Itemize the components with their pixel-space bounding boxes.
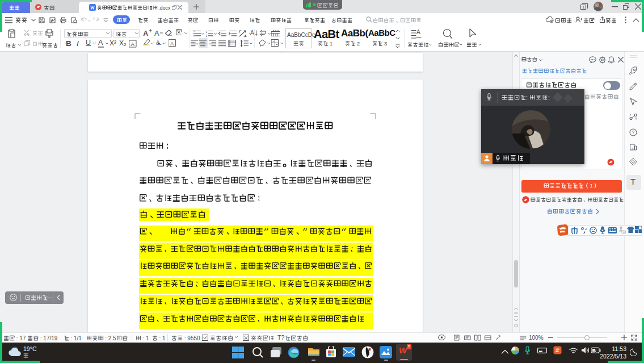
svg-text:wen: wen bbox=[176, 28, 182, 31]
svg-text:1: 1 bbox=[590, 183, 593, 189]
svg-text:P: P bbox=[51, 20, 53, 23]
svg-text:A: A bbox=[416, 29, 420, 35]
svg-text:1: 1 bbox=[582, 5, 584, 10]
svg-text:1: 1 bbox=[206, 30, 207, 34]
svg-text:A: A bbox=[250, 30, 254, 36]
svg-text:10: 10 bbox=[622, 231, 626, 233]
svg-text:?: ? bbox=[632, 130, 635, 135]
svg-text:A: A bbox=[131, 41, 134, 47]
svg-text:A: A bbox=[170, 41, 174, 47]
svg-text:2: 2 bbox=[206, 34, 207, 37]
